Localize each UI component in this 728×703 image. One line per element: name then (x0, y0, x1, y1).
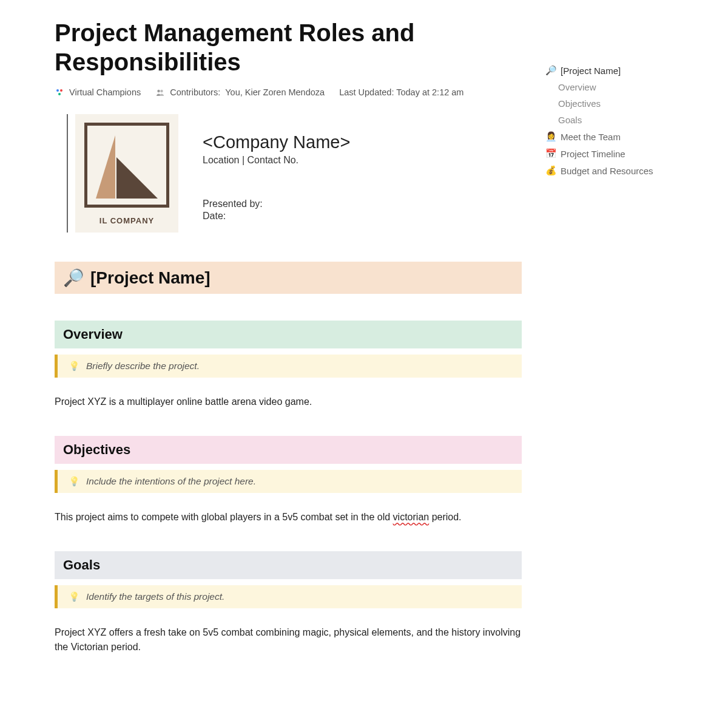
logo-caption: IL COMPANY (99, 216, 154, 225)
toc-item-overview[interactable]: Overview (546, 79, 673, 95)
section-objectives-banner: Objectives (55, 436, 522, 464)
money-icon: 💰 (546, 165, 556, 176)
magnifier-icon: 🔎 (546, 65, 556, 76)
toc-label: Project Timeline (561, 149, 625, 159)
svg-point-2 (58, 93, 61, 95)
contributors-label: Contributors: (170, 87, 220, 97)
team-icon (55, 87, 64, 97)
bulb-icon: 💡 (69, 476, 80, 487)
toc-label: Budget and Resources (561, 166, 653, 176)
toc-item-project[interactable]: 🔎 [Project Name] (546, 62, 673, 79)
person-icon: 👩‍💼 (546, 131, 556, 142)
goals-body: Project XYZ offers a fresh take on 5v5 c… (55, 625, 522, 654)
toc-label: Goals (558, 115, 582, 125)
meta-row: Virtual Champions Contributors: You, Kie… (55, 87, 522, 97)
svg-point-4 (161, 90, 163, 92)
overview-body: Project XYZ is a multiplayer online batt… (55, 395, 522, 409)
presented-by: Presented by: (203, 199, 350, 209)
bulb-icon: 💡 (69, 361, 80, 372)
overview-hint: 💡 Briefly describe the project. (55, 355, 522, 378)
contributors-chip[interactable]: Contributors: You, Kier Zoren Mendoza (155, 87, 325, 97)
last-updated: Last Updated: Today at 2:12 am (339, 87, 463, 97)
section-project-title: [Project Name] (90, 268, 211, 288)
goals-hint: 💡 Identify the targets of this project. (55, 585, 522, 608)
company-name: <Company Name> (203, 132, 350, 152)
bulb-icon: 💡 (69, 591, 80, 602)
date-field: Date: (203, 211, 350, 222)
toc-item-budget[interactable]: 💰 Budget and Resources (546, 162, 673, 179)
toc-label: Objectives (558, 98, 601, 109)
svg-point-0 (56, 89, 59, 92)
toc-label: Meet the Team (561, 132, 621, 142)
section-goals-banner: Goals (55, 551, 522, 579)
company-subline: Location | Contact No. (203, 155, 350, 166)
toc-label: Overview (558, 82, 596, 92)
toc-sidebar: 🔎 [Project Name] Overview Objectives Goa… (522, 18, 673, 654)
people-icon (155, 87, 165, 97)
objectives-body-pre: This project aims to compete with global… (55, 512, 393, 522)
toc-item-team[interactable]: 👩‍💼 Meet the Team (546, 128, 673, 145)
contributors-value: You, Kier Zoren Mendoza (225, 87, 325, 97)
toc-item-timeline[interactable]: 📅 Project Timeline (546, 145, 673, 162)
company-logo: IL COMPANY (75, 114, 178, 233)
section-overview-banner: Overview (55, 321, 522, 348)
company-block: IL COMPANY <Company Name> Location | Con… (67, 114, 522, 233)
overview-hint-text: Briefly describe the project. (86, 361, 200, 372)
objectives-body-err: victorian (393, 512, 430, 522)
toc-item-goals[interactable]: Goals (546, 112, 673, 128)
objectives-hint-text: Include the intentions of the project he… (86, 476, 256, 487)
svg-point-1 (60, 89, 62, 92)
section-objectives-title: Objectives (63, 442, 513, 458)
toc-label: [Project Name] (561, 66, 621, 76)
section-overview-title: Overview (63, 327, 513, 342)
goals-hint-text: Identify the targets of this project. (86, 591, 224, 602)
toc-item-objectives[interactable]: Objectives (546, 95, 673, 112)
objectives-body: This project aims to compete with global… (55, 510, 522, 525)
team-chip[interactable]: Virtual Champions (55, 87, 141, 97)
logo-box (84, 123, 169, 208)
page-title: Project Management Roles and Responsibil… (55, 18, 522, 76)
svg-point-3 (158, 90, 160, 92)
team-name: Virtual Champions (69, 87, 141, 97)
magnifier-icon: 🔎 (63, 268, 84, 288)
calendar-icon: 📅 (546, 148, 556, 159)
objectives-hint: 💡 Include the intentions of the project … (55, 470, 522, 493)
section-project-banner: 🔎 [Project Name] (55, 262, 522, 294)
objectives-body-post: period. (429, 512, 461, 522)
last-updated-text: Last Updated: Today at 2:12 am (339, 87, 463, 97)
section-goals-title: Goals (63, 557, 513, 573)
